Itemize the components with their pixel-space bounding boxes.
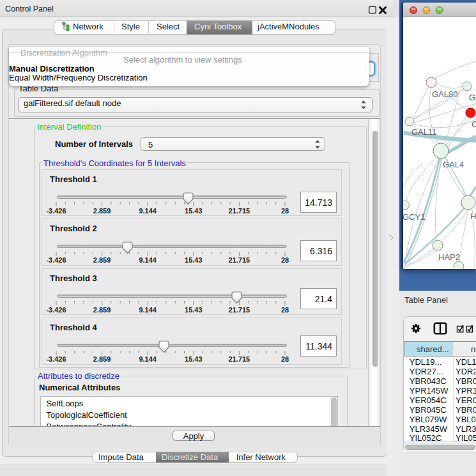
svg-text:GCY1: GCY1	[403, 212, 425, 222]
svg-text:GAL11: GAL11	[411, 127, 437, 137]
svg-text:GAL4: GAL4	[443, 160, 464, 169]
svg-text:G: G	[469, 93, 475, 102]
svg-text:C: C	[472, 119, 476, 129]
svg-text:GAL80: GAL80	[432, 89, 457, 99]
svg-text:HAP2: HAP2	[438, 252, 460, 262]
svg-text:H: H	[470, 211, 476, 221]
